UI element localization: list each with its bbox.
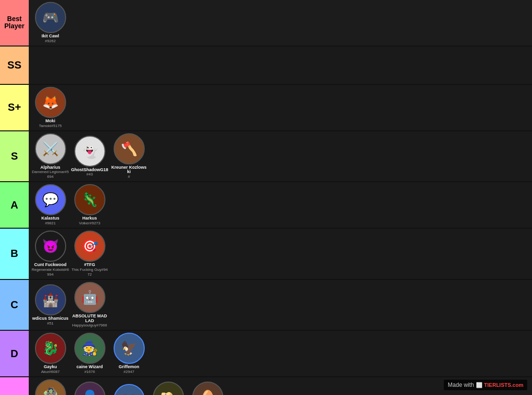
tier-label-f: F [0, 377, 29, 395]
player-card[interactable]: 🎮Jon F Guilliman#52 [110, 384, 148, 395]
tier-content-a: 💬Kalastus#9821🦎HarkusVolker#9273 [29, 182, 532, 228]
player-card[interactable]: 🪓Kreuner Kozlowski# [110, 133, 148, 180]
player-avatar: 🎮 [114, 384, 145, 395]
player-card[interactable]: ⚔️AlphariusDamened Legionar#5694 [32, 133, 69, 180]
tier-row-splus: S+🦊MokiTamoki#5175 [0, 85, 532, 131]
player-card[interactable]: 🦊MokiTamoki#5175 [32, 87, 69, 128]
player-name: Cunt FuckwoodRegenerate Kobold#6994 [32, 263, 69, 277]
player-card[interactable]: 💬Kalastus#9821 [32, 184, 69, 226]
player-card[interactable]: 🦎HarkusVolker#9273 [71, 184, 108, 226]
player-name: #TFGThis Fucking Guy#9472 [71, 263, 108, 277]
player-avatar: 🦊 [35, 87, 66, 118]
player-avatar: 🤖 [74, 282, 105, 313]
tier-label-a: A [0, 182, 29, 228]
player-avatar: 🦅 [114, 333, 145, 364]
tier-content-splus: 🦊MokiTamoki#5175 [29, 85, 532, 130]
player-card[interactable]: 🤖ABSOLUTE MAD LADHappysoulguy#7966 [71, 282, 108, 328]
player-avatar: 🎯 [74, 231, 105, 262]
player-name: Kalastus#9821 [41, 216, 59, 226]
player-card[interactable]: 🐉GaykuAkur#6087 [32, 333, 69, 374]
tier-row-b: B😈Cunt FuckwoodRegenerate Kobold#6994🎯#T… [0, 229, 532, 280]
player-name: ABSOLUTE MAD LADHappysoulguy#7966 [71, 314, 108, 328]
player-card[interactable]: 🎯#TFGThis Fucking Guy#9472 [71, 231, 108, 277]
watermark-text: Made with [448, 382, 474, 388]
player-avatar: 🧙 [74, 333, 105, 364]
watermark-brand: ⬜ TIERLISTS.com [476, 382, 523, 388]
player-name: MokiTamoki#5175 [39, 119, 62, 128]
player-card[interactable]: 🏰wdicus Shamicus#51 [32, 284, 69, 326]
player-card[interactable]: 🧌Sneed, Trash GoblinBroccoliMonopoly#476… [32, 379, 69, 395]
tier-row-s: S⚔️AlphariusDamened Legionar#5694👻GhostS… [0, 131, 532, 183]
player-avatar: 👤 [74, 382, 105, 395]
player-avatar: 🧌 [35, 379, 66, 395]
tier-list: Best Player🎮Ikit Cawl#9262SSS+🦊MokiTamok… [0, 0, 532, 395]
player-card[interactable]: 👒Winifred of Duncan#31 [150, 382, 187, 395]
tier-label-d: D [0, 331, 29, 376]
watermark: Made with ⬜ TIERLISTS.com [444, 380, 527, 390]
player-name: GaykuAkur#6087 [41, 365, 60, 374]
tier-row-best: Best Player🎮Ikit Cawl#9262 [0, 0, 532, 46]
player-card[interactable]: 🎮Ikit Cawl#9262 [32, 2, 69, 44]
tier-row-d: D🐉GaykuAkur#6087🧙caine Wizard#1676🦅Griff… [0, 331, 532, 377]
player-name: Kreuner Kozlowski# [110, 165, 148, 180]
tier-label-splus: S+ [0, 85, 29, 130]
player-avatar: 🐉 [35, 333, 66, 364]
player-name: AlphariusDamened Legionar#5694 [32, 165, 69, 180]
tier-content-best: 🎮Ikit Cawl#9262 [29, 0, 532, 46]
player-avatar: ⚔️ [35, 133, 66, 164]
tier-label-b: B [0, 229, 29, 279]
tier-content-s: ⚔️AlphariusDamened Legionar#5694👻GhostSh… [29, 131, 532, 182]
player-card[interactable]: 👻GhostShadowG18#43 [71, 136, 108, 177]
player-card[interactable]: 👤(antha) Nym/Annie_4HotPucky#5348 [71, 382, 108, 395]
tier-label-s: S [0, 131, 29, 182]
tier-label-c: C [0, 280, 29, 330]
tier-label-best: Best Player [0, 0, 29, 46]
tier-row-c: C🏰wdicus Shamicus#51🤖ABSOLUTE MAD LADHap… [0, 280, 532, 331]
player-avatar: 🦎 [74, 184, 105, 215]
player-avatar: 🥚 [192, 382, 223, 395]
player-name: GhostShadowG18#43 [71, 168, 108, 177]
tier-row-a: A💬Kalastus#9821🦎HarkusVolker#9273 [0, 182, 532, 229]
tier-content-ss [29, 46, 532, 84]
tier-row-ss: SS [0, 46, 532, 85]
player-avatar: 👒 [153, 382, 184, 395]
player-avatar: 🎮 [35, 2, 66, 33]
player-card[interactable]: 😈Cunt FuckwoodRegenerate Kobold#6994 [32, 231, 69, 277]
player-name: Griffemon#2947 [118, 365, 139, 374]
player-name: wdicus Shamicus#51 [32, 316, 69, 326]
player-name: Ikit Cawl#9262 [42, 34, 59, 44]
player-name: caine Wizard#1676 [77, 365, 103, 374]
tier-content-b: 😈Cunt FuckwoodRegenerate Kobold#6994🎯#TF… [29, 229, 532, 279]
player-card[interactable]: 🧙caine Wizard#1676 [71, 333, 108, 374]
player-name: HarkusVolker#9273 [79, 216, 100, 226]
player-card[interactable]: 🥚m carrey eggman is hoeggman#8818 [189, 382, 226, 395]
player-avatar: 🪓 [114, 133, 145, 164]
player-avatar: 😈 [35, 231, 66, 262]
player-avatar: 🏰 [35, 284, 66, 315]
player-card[interactable]: 🦅Griffemon#2947 [110, 333, 148, 374]
tier-content-d: 🐉GaykuAkur#6087🧙caine Wizard#1676🦅Griffe… [29, 331, 532, 376]
tier-label-ss: SS [0, 46, 29, 84]
player-avatar: 💬 [35, 184, 66, 215]
tier-content-c: 🏰wdicus Shamicus#51🤖ABSOLUTE MAD LADHapp… [29, 280, 532, 330]
player-avatar: 👻 [74, 136, 105, 167]
